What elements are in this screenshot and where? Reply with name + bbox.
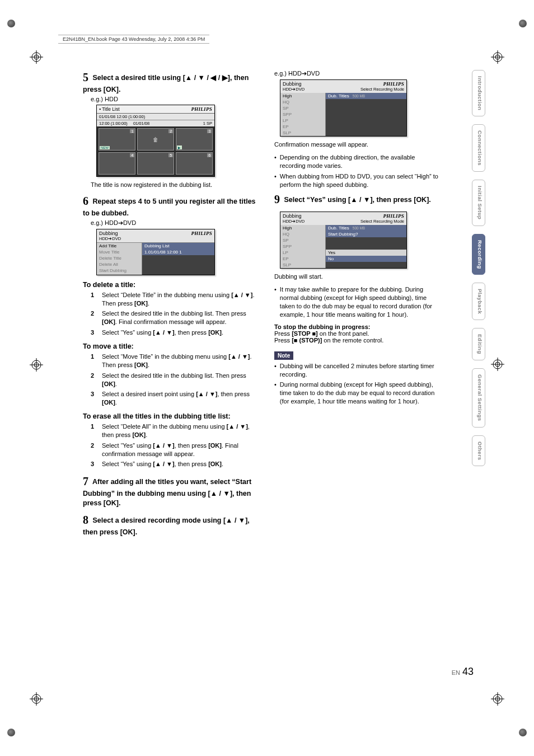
register-mark-icon: [30, 692, 43, 706]
osd-menu-row: SLP: [280, 130, 406, 136]
bullet-text: During normal dubbing (except for High s…: [274, 381, 441, 406]
caption-text: The title is now registered in the dubbi…: [91, 181, 257, 188]
left-column: 5 Select a desired title using [▲ / ▼ / …: [83, 70, 257, 542]
osd-recording-mode: Dubbing HDD➔DVD PHILIPS Select Recording…: [280, 79, 407, 137]
delete-title-heading: To delete a title:: [83, 281, 257, 289]
procedure-step: 1Select “Delete All” in the dubbing menu…: [91, 422, 257, 439]
step-number: 7: [83, 475, 88, 487]
corner-dot: [519, 729, 527, 736]
trash-icon: 🗑: [153, 136, 158, 142]
procedure-step: 2Select the desired title in the dubbing…: [91, 372, 257, 388]
section-tab[interactable]: Connections: [472, 124, 485, 172]
osd-menu-row: Delete Title: [97, 255, 214, 261]
procedure-step: 3Select a desired insert point using [▲ …: [91, 390, 257, 407]
confirm-text: Confirmation message will appear.: [274, 141, 441, 148]
brand-label: PHILIPS: [360, 81, 404, 87]
register-mark-icon: [30, 358, 43, 372]
procedure-step: 1Select “Move Title” in the dubbing menu…: [91, 353, 257, 369]
osd-menu-row: HighDub. Titles500 MB: [280, 93, 406, 99]
corner-dot: [519, 20, 527, 27]
move-title-heading: To move a title:: [83, 342, 257, 350]
osd-tile: 2🗑: [137, 128, 174, 151]
osd-tile: 4: [99, 152, 135, 175]
bullet-text: It may take awhile to prepare for the du…: [274, 285, 441, 318]
step-8-heading: 8 Select a desired recording mode using …: [83, 513, 257, 537]
step-number: 8: [83, 514, 88, 526]
step-6-heading: 6 Repeat steps 4 to 5 until you register…: [83, 194, 257, 218]
stop-line: Press [■ (STOP)] on the remote control.: [274, 337, 441, 344]
osd-menu-row: HighDub. Titles500 MB: [280, 225, 406, 231]
osd-menu-row: SPP: [280, 111, 406, 118]
step-7-heading: 7 After adding all the titles you want, …: [83, 474, 257, 508]
step-number: 5: [83, 71, 88, 83]
osd-menu-row: SP: [280, 237, 406, 243]
step-8-text: Select a desired recording mode using [▲…: [83, 516, 250, 536]
section-tab[interactable]: Editing: [472, 328, 485, 360]
step-5-heading: 5 Select a desired title using [▲ / ▼ / …: [83, 70, 257, 95]
procedure-step: 3Select “Yes” using [▲ / ▼], then press …: [91, 328, 257, 337]
section-tabs: IntroductionConnectionsInitial SetupReco…: [472, 70, 485, 466]
osd-title: Dubbing: [283, 213, 305, 219]
start-text: Dubbing will start.: [274, 273, 441, 280]
section-tab[interactable]: Playback: [472, 283, 485, 320]
step-6-text: Repeat steps 4 to 5 until you register a…: [83, 198, 256, 217]
osd-menu-row: SPP: [280, 243, 406, 250]
step-9-heading: 9 Select “Yes” using [▲ / ▼], then press…: [274, 192, 441, 207]
osd-tile: 1NEW: [99, 128, 135, 151]
osd-menu-row: SP: [280, 105, 406, 111]
procedure-step: 2Select the desired title in the dubbing…: [91, 309, 257, 326]
osd-start-dubbing: Dubbing HDD➔DVD PHILIPS Select Recording…: [280, 212, 407, 269]
section-tab[interactable]: Recording: [472, 234, 485, 275]
osd-menu-row: Start Dubbing: [97, 267, 214, 274]
osd-menu-row: [97, 274, 214, 275]
register-mark-icon: [30, 50, 43, 64]
example-label: e.g.) HDD➔DVD: [91, 219, 257, 227]
osd-sub-right: Select Recording Mode: [360, 219, 404, 224]
stop-dubbing-box: To stop the dubbing in progress: Press […: [274, 323, 441, 344]
osd-menu-row: SLP: [280, 262, 406, 268]
brand-label: PHILIPS: [191, 231, 212, 236]
osd-line: 01/01/08 12:00 (1:00:00): [97, 114, 214, 120]
osd-line: 12:00 (1:00:00)01/01/081 SP: [97, 120, 214, 126]
stop-line: Press [STOP ■] on the front panel.: [274, 330, 441, 337]
section-tab[interactable]: Introduction: [472, 70, 485, 116]
osd-sub: HDD➔DVD: [99, 236, 121, 241]
section-tab[interactable]: General Settings: [472, 368, 485, 428]
osd-tile: 5: [137, 152, 174, 175]
section-tab[interactable]: Others: [472, 435, 485, 467]
corner-dot: [7, 729, 15, 736]
note-badge: Note: [274, 351, 293, 360]
osd-title: Dubbing: [99, 231, 121, 236]
osd-menu-row: Move Title1.01/01/08 12:00 1: [97, 249, 214, 255]
step-9-text: Select “Yes” using [▲ / ▼], then press […: [284, 196, 430, 204]
bullet-text: When dubbing from HDD to DVD, you can se…: [274, 172, 441, 189]
osd-sub: HDD➔DVD: [283, 87, 305, 92]
osd-title: ▪ Title List: [99, 106, 120, 112]
erase-all-heading: To erase all the titles in the dubbing t…: [83, 412, 257, 420]
osd-menu-row: Delete All: [97, 261, 214, 267]
brand-label: PHILIPS: [191, 106, 212, 112]
bullet-text: Depending on the dubbing direction, the …: [274, 153, 441, 170]
osd-title-list: ▪ Title List PHILIPS 01/01/08 12:00 (1:0…: [96, 105, 215, 177]
osd-tile: 6: [176, 152, 213, 175]
osd-menu-row: LP: [280, 118, 406, 124]
example-label: e.g.) HDD: [91, 96, 257, 102]
section-tab[interactable]: Initial Setup: [472, 180, 485, 226]
osd-menu-row: HQ: [280, 99, 406, 105]
step-7-text: After adding all the titles you want, se…: [83, 478, 251, 507]
osd-tile: 3▶: [176, 128, 213, 151]
example-label: e.g.) HDD➔DVD: [274, 70, 441, 77]
bullet-text: Dubbing will be cancelled 2 minutes befo…: [274, 362, 441, 379]
stop-heading: To stop the dubbing in progress:: [274, 323, 441, 330]
osd-menu-row: LPYes: [280, 250, 406, 256]
step-number: 6: [83, 195, 88, 207]
register-mark-icon: [491, 50, 504, 64]
osd-menu-row: HQStart Dubbing?: [280, 231, 406, 237]
procedure-step: 1Select “Delete Title” in the dubbing me…: [91, 291, 257, 308]
corner-dot: [7, 20, 15, 27]
procedure-step: 3Select “Yes” using [▲ / ▼], then press …: [91, 460, 257, 468]
brand-label: PHILIPS: [360, 213, 404, 219]
step-number: 9: [274, 193, 280, 205]
step-5-text: Select a desired title using [▲ / ▼ / ◀ …: [83, 74, 249, 93]
osd-sub-right: Select Recording Mode: [360, 87, 404, 92]
